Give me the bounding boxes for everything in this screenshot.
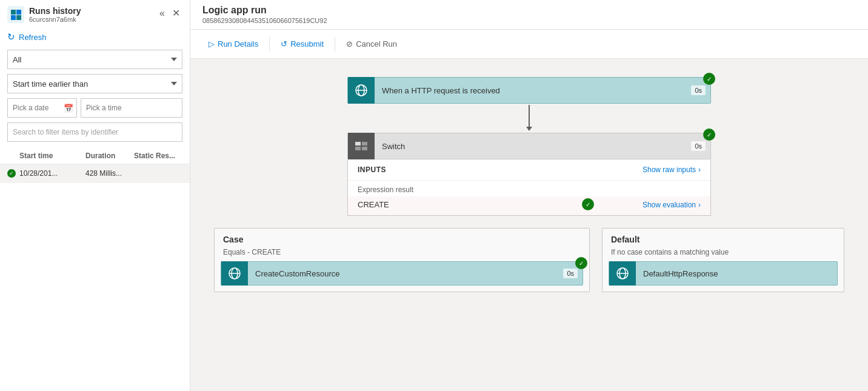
cases-row: ✓ Case Equals - CREATE CreateCustomResou… [214,228,844,292]
toolbar-separator-2 [335,37,335,52]
show-raw-inputs-button[interactable]: Show raw inputs › [643,165,701,174]
time-filter-container: Start time earlier than Start time later… [7,74,182,93]
default-box: Default If no case contains a matching v… [602,228,844,292]
cancel-run-icon: ⊘ [346,39,353,48]
left-panel-header: Runs history 6curcsnn7a6mk « ✕ [0,0,190,23]
collapse-panel-button[interactable]: « [157,6,167,20]
refresh-icon: ↻ [7,32,15,42]
time-input[interactable] [81,98,182,118]
flow-connector-line [529,105,530,127]
default-node-icon-box [609,261,636,286]
col-header-duration: Duration [85,152,134,160]
row-start-time: 10/28/201... [19,169,85,178]
case-node-label: CreateCustomResource [248,269,563,278]
switch-node-icon-box [348,133,375,159]
cancel-run-button[interactable]: ⊘ Cancel Run [340,36,403,52]
case-success-badge: ✓ [582,198,594,210]
svg-rect-10 [362,147,367,150]
run-details-icon: ▷ [209,39,215,48]
case-node-success-badge: ✓ [575,257,587,269]
show-evaluation-button[interactable]: Show evaluation › [643,201,701,209]
date-time-row: 📅 [7,98,182,118]
switch-details-panel: INPUTS Show raw inputs › Expression resu… [347,159,711,216]
right-toolbar: ▷ Run Details ↺ Resubmit ⊘ Cancel Run [190,30,868,59]
svg-rect-2 [11,15,16,20]
case-node-icon-box [221,261,248,286]
table-row[interactable]: 10/28/201... 428 Millis... [0,164,190,183]
date-input[interactable] [7,98,77,118]
close-panel-button[interactable]: ✕ [170,6,182,20]
http-node-duration: 0s [691,85,706,95]
case-title: Case [215,229,589,247]
app-id-label: 6curcsnn7a6mk [29,16,81,23]
http-trigger-node[interactable]: When a HTTP request is received 0s ✓ [347,77,711,104]
logic-app-run-title: Logic app run [202,5,856,17]
table-header-row: Start time Duration Static Res... [0,148,190,164]
date-picker-container: 📅 [7,98,77,118]
default-subtitle: If no case contains a matching value [603,247,844,261]
resubmit-button[interactable]: ↺ Resubmit [275,36,330,52]
default-node[interactable]: DefaultHttpResponse [609,261,838,286]
show-raw-chevron-icon: › [698,165,701,174]
flow-connector-arrow [526,127,532,131]
right-panel-header: Logic app run 08586293080844535106066075… [190,0,868,30]
expression-value-row: CREATE Show evaluation › [348,196,710,215]
runs-history-title: Runs history [29,6,81,16]
run-id-label: 08586293080844535106066075619CU92 [202,17,856,29]
inputs-label: INPUTS [358,165,386,174]
switch-node-success-badge: ✓ [703,129,715,141]
row-duration: 428 Millis... [85,169,134,178]
svg-rect-0 [11,10,16,15]
expression-result-label: Expression result [348,181,710,196]
svg-rect-8 [362,142,367,145]
refresh-button[interactable]: ↻ Refresh [7,29,182,45]
expression-value: CREATE [358,200,389,209]
left-panel: Runs history 6curcsnn7a6mk « ✕ ↻ Refresh… [0,0,190,391]
case-node[interactable]: CreateCustomResource 0s ✓ [221,261,583,286]
case-node-duration: 0s [563,269,578,278]
status-filter-container: All Succeeded Failed Running Cancelled S… [7,50,182,69]
http-node-icon-box [348,77,375,104]
app-logo [7,6,24,23]
case-subtitle: Equals - CREATE [215,247,589,261]
col-header-start-time: Start time [19,152,85,160]
time-filter-dropdown[interactable]: Start time earlier than Start time later… [7,74,182,93]
canvas-area: When a HTTP request is received 0s ✓ [190,59,868,391]
default-title: Default [603,229,844,247]
svg-rect-1 [16,10,21,15]
default-node-label: DefaultHttpResponse [636,269,837,278]
status-filter-dropdown[interactable]: All Succeeded Failed Running Cancelled S… [7,50,182,69]
case-box: ✓ Case Equals - CREATE CreateCustomResou… [214,228,590,292]
show-eval-chevron-icon: › [698,201,701,209]
filter-controls: ↻ Refresh All Succeeded Failed Running C… [0,23,190,148]
switch-inputs-row: INPUTS Show raw inputs › [348,159,710,181]
right-panel: Logic app run 08586293080844535106066075… [190,0,868,391]
search-identifier-input[interactable] [7,122,182,142]
http-node-label: When a HTTP request is received [375,86,691,95]
col-header-static-res: Static Res... [134,152,182,160]
run-details-button[interactable]: ▷ Run Details [202,36,264,52]
switch-node[interactable]: Switch 0s ✓ [347,133,711,159]
svg-rect-9 [355,147,361,150]
switch-node-label: Switch [375,142,691,151]
toolbar-separator-1 [269,37,270,52]
resubmit-icon: ↺ [281,39,287,48]
row-status-indicator [7,169,19,178]
svg-rect-7 [355,142,361,145]
svg-rect-3 [16,15,21,20]
http-node-success-badge: ✓ [703,73,715,85]
success-icon [7,169,16,178]
switch-node-duration: 0s [691,141,706,151]
